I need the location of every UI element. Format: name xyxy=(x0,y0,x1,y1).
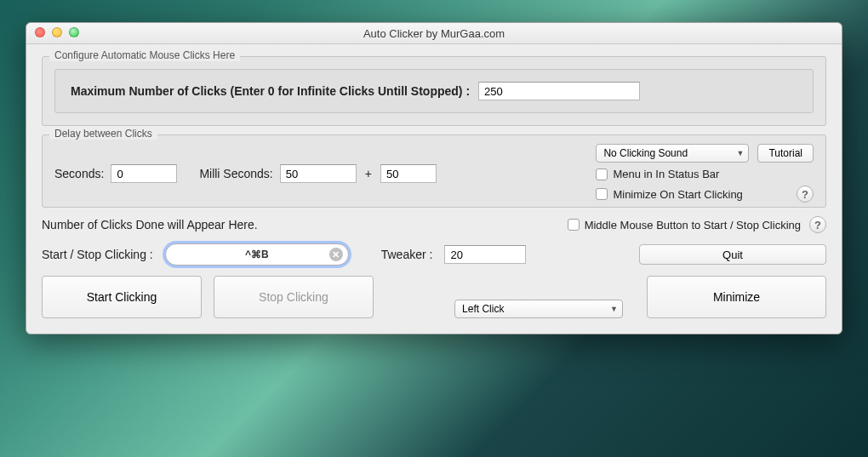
zoom-icon[interactable] xyxy=(69,27,79,37)
middle-mouse-row: Middle Mouse Button to Start / Stop Clic… xyxy=(568,219,801,231)
delay-right-column: No Clicking Sound ▼ Tutorial Menu in In … xyxy=(596,144,814,203)
max-clicks-box: Maximum Number of Clicks (Enter 0 for In… xyxy=(54,69,814,113)
middle-mouse-checkbox[interactable] xyxy=(568,219,580,231)
menu-statusbar-checkbox[interactable] xyxy=(596,169,608,180)
click-type-select[interactable]: Left Click ▼ xyxy=(454,300,623,318)
bottom-row: Start Clicking Stop Clicking Left Click … xyxy=(42,276,826,318)
menu-statusbar-row: Menu in In Status Bar xyxy=(596,168,814,180)
plus-label: + xyxy=(363,167,374,180)
menu-statusbar-label: Menu in In Status Bar xyxy=(613,168,719,180)
millis-input[interactable] xyxy=(280,164,357,183)
window-title: Auto Clicker by MurGaa.com xyxy=(363,27,505,40)
middle-mouse-label: Middle Mouse Button to Start / Stop Clic… xyxy=(585,219,801,231)
sound-select[interactable]: No Clicking Sound ▼ xyxy=(596,144,749,163)
minimize-start-label: Minimize On Start Clicking xyxy=(613,188,742,201)
tweaker-label: Tweaker : xyxy=(381,248,433,261)
max-clicks-label: Maximum Number of Clicks (Enter 0 for In… xyxy=(71,84,470,98)
seconds-label: Seconds: xyxy=(54,167,104,180)
configure-fieldset: Configure Automatic Mouse Clicks Here Ma… xyxy=(42,56,826,126)
window-content: Configure Automatic Mouse Clicks Here Ma… xyxy=(26,44,842,334)
chevron-down-icon: ▼ xyxy=(737,149,745,157)
close-icon[interactable] xyxy=(35,27,45,37)
seconds-input[interactable] xyxy=(111,164,177,183)
sound-tutorial-row: No Clicking Sound ▼ Tutorial xyxy=(596,144,814,163)
help-icon[interactable]: ? xyxy=(797,186,814,203)
minimize-start-row: Minimize On Start Clicking ? xyxy=(596,186,814,203)
delay-fieldset: Delay between Clicks Seconds: Milli Seco… xyxy=(42,134,826,208)
quit-button[interactable]: Quit xyxy=(639,244,826,265)
clicks-done-status: Number of Clicks Done will Appear Here. xyxy=(42,218,559,231)
delay-legend: Delay between Clicks xyxy=(49,128,157,140)
start-clicking-button[interactable]: Start Clicking xyxy=(42,276,202,318)
tweaker-input[interactable] xyxy=(444,245,526,264)
millis-label: Milli Seconds: xyxy=(199,167,272,180)
chevron-down-icon: ▼ xyxy=(610,305,618,313)
millis-random-input[interactable] xyxy=(380,164,437,183)
configure-legend: Configure Automatic Mouse Clicks Here xyxy=(49,49,240,61)
tutorial-button[interactable]: Tutorial xyxy=(757,144,814,163)
sound-select-value: No Clicking Sound xyxy=(603,147,688,159)
help-icon[interactable]: ? xyxy=(809,216,826,233)
minimize-start-checkbox[interactable] xyxy=(596,188,608,200)
minimize-icon[interactable] xyxy=(52,27,62,37)
click-type-value: Left Click xyxy=(462,303,504,315)
traffic-lights xyxy=(35,27,79,37)
minimize-button[interactable]: Minimize xyxy=(647,276,826,318)
stop-clicking-button[interactable]: Stop Clicking xyxy=(214,276,374,318)
clear-icon[interactable]: ✕ xyxy=(329,248,343,261)
titlebar[interactable]: Auto Clicker by MurGaa.com xyxy=(26,23,842,44)
status-row: Number of Clicks Done will Appear Here. … xyxy=(42,216,826,233)
shortcut-value: ^⌘B xyxy=(245,248,269,260)
shortcut-row: Start / Stop Clicking : ^⌘B ✕ Tweaker : … xyxy=(42,243,826,266)
shortcut-input[interactable]: ^⌘B ✕ xyxy=(165,243,349,266)
app-window: Auto Clicker by MurGaa.com Configure Aut… xyxy=(26,22,842,334)
shortcut-label: Start / Stop Clicking : xyxy=(42,248,153,261)
max-clicks-input[interactable] xyxy=(478,82,640,100)
